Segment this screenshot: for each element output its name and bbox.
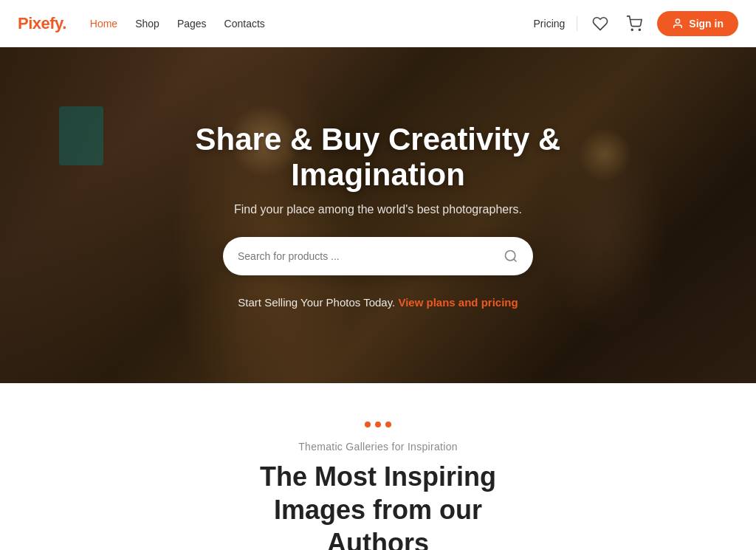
user-icon: [672, 18, 684, 30]
wishlist-button[interactable]: [589, 13, 611, 35]
section-subtitle: Thematic Galleries for Inspiration: [15, 441, 741, 453]
signin-label: Sign in: [689, 18, 724, 30]
heart-icon: [592, 16, 608, 32]
section-dots: [15, 422, 741, 427]
dot-2: [375, 422, 381, 427]
hero-cta: Start Selling Your Photos Today. View pl…: [134, 296, 622, 309]
nav-home[interactable]: Home: [90, 18, 117, 30]
inspire-section: Thematic Galleries for Inspiration The M…: [0, 383, 756, 550]
nav-pricing[interactable]: Pricing: [534, 18, 566, 30]
dot-3: [385, 422, 391, 427]
logo-dot: .: [62, 14, 66, 32]
search-icon: [504, 249, 518, 264]
svg-point-1: [639, 29, 641, 30]
nav-shop[interactable]: Shop: [135, 18, 159, 30]
section-title: The Most Inspiring Images from our Autho…: [230, 460, 526, 550]
hero-section: Share & Buy Creativity & Imagination Fin…: [0, 47, 756, 383]
nav-right: Pricing Sign in: [534, 11, 738, 36]
svg-point-3: [506, 251, 515, 261]
nav-links: Home Shop Pages Contacts: [90, 18, 534, 30]
logo[interactable]: Pixefy.: [18, 14, 66, 33]
nav-divider: [577, 16, 577, 31]
nav-pages[interactable]: Pages: [177, 18, 207, 30]
nav-contacts[interactable]: Contacts: [224, 18, 265, 30]
hero-cta-text: Start Selling Your Photos Today.: [238, 296, 395, 309]
hero-cta-link[interactable]: View plans and pricing: [398, 296, 518, 309]
svg-line-4: [514, 259, 517, 262]
cart-icon: [626, 16, 642, 32]
logo-text: Pixefy: [18, 14, 62, 32]
navbar: Pixefy. Home Shop Pages Contacts Pricing…: [0, 0, 756, 47]
dot-1: [365, 422, 371, 427]
hero-title: Share & Buy Creativity & Imagination: [134, 122, 622, 193]
hero-search-bar[interactable]: [223, 237, 533, 275]
svg-point-2: [676, 19, 680, 23]
search-input[interactable]: [238, 250, 504, 262]
hero-content: Share & Buy Creativity & Imagination Fin…: [120, 122, 636, 309]
hero-subtitle: Find your place among the world's best p…: [134, 203, 622, 216]
svg-point-0: [632, 29, 633, 30]
cart-button[interactable]: [623, 13, 645, 35]
signin-button[interactable]: Sign in: [657, 11, 738, 36]
